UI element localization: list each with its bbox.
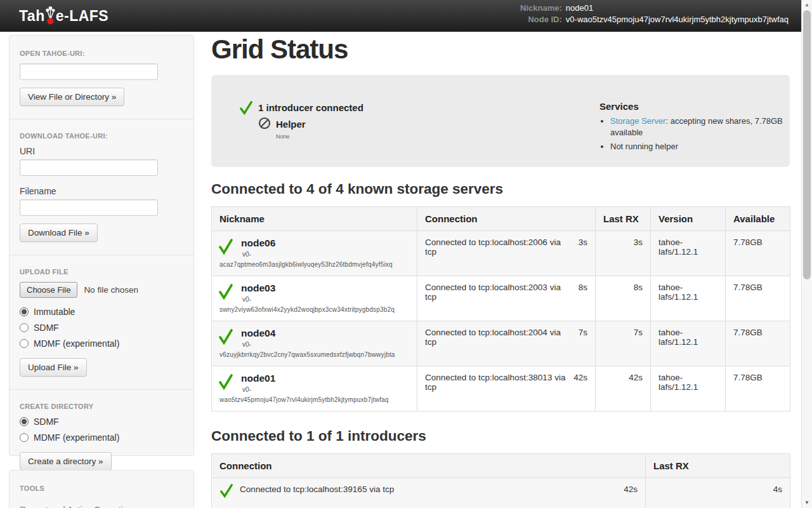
- service-item: Storage Server: accepting new shares, 7.…: [610, 116, 790, 138]
- logo-text-prefix: Tah: [19, 8, 45, 25]
- radio-input[interactable]: [20, 433, 29, 442]
- services-title: Services: [599, 101, 790, 112]
- main-content: Grid Status 1 introducer connected Helpe…: [211, 32, 790, 508]
- connected-check-icon: [218, 328, 233, 345]
- scrollbar-down-icon[interactable]: ▼: [802, 498, 812, 508]
- nickname-label: Nickname:: [520, 4, 562, 13]
- last-rx-value: 3s: [596, 231, 651, 276]
- helper-label: Helper: [276, 117, 306, 130]
- column-header: Last RX: [596, 207, 651, 231]
- file-chosen-status: No file chosen: [84, 285, 138, 295]
- scrollbar-thumb[interactable]: [803, 10, 811, 279]
- introducers-table-header: ConnectionLast RX: [212, 454, 790, 478]
- server-nodeid: v0-swny2viyw63ofxwi4x2yykd2woqjbpx3cw34x…: [219, 296, 409, 314]
- mkdir-format-radio[interactable]: MDMF (experimental): [20, 432, 183, 443]
- create-directory-button[interactable]: Create a directory »: [20, 452, 112, 471]
- divider: [10, 119, 193, 119]
- mkdir-format-radio[interactable]: SDMF: [20, 417, 183, 427]
- create-directory-label: CREATE DIRECTORY: [20, 403, 183, 410]
- scrollbar-up-icon[interactable]: ▲: [802, 0, 812, 10]
- connection-time: 8s: [579, 283, 587, 302]
- connection-text: Connected to tcp:localhost:2004 via tcp: [425, 328, 573, 347]
- server-nodeid: v0-wao5tzv45pmoju47jow7rvl4ukirjm5ytbh2k…: [219, 386, 409, 404]
- column-header: Last RX: [646, 454, 790, 478]
- download-file-button[interactable]: Download File »: [20, 224, 98, 242]
- page-title: Grid Status: [211, 34, 790, 65]
- version-value: tahoe-lafs/1.12.1: [651, 321, 726, 366]
- connection-time: 7s: [579, 328, 587, 347]
- storage-server-row: node01 v0-wao5tzv45pmoju47jow7rvl4ukirjm…: [212, 366, 790, 411]
- radio-input[interactable]: [20, 307, 29, 316]
- uri-field-label: URI: [20, 146, 183, 156]
- storage-server-row: node04 v0-v6zuyjkbrrkqy2bvc2cny7qwax5sxu…: [212, 321, 790, 366]
- radio-input[interactable]: [20, 323, 29, 332]
- connection-text: Connected to tcp:localhost:2003 via tcp: [425, 283, 573, 302]
- radio-label: Immutable: [34, 307, 75, 317]
- connected-check-icon: [239, 100, 253, 116]
- app-logo: Tah e-LAFS: [19, 6, 108, 26]
- top-bar: Tah e-LAFS Nickname: node01 Node ID: v0-…: [0, 0, 801, 32]
- radio-label: MDMF (experimental): [34, 432, 119, 443]
- server-nickname: node06: [241, 237, 409, 250]
- connected-check-icon: [218, 373, 233, 390]
- tools-label: TOOLS: [20, 485, 183, 492]
- mkdir-format-radio-group: SDMF MDMF (experimental): [20, 417, 183, 443]
- connection-text: Connected to tcp:localhost:2006 via tcp: [425, 237, 573, 257]
- introducer-row: Connected to tcp:localhost:39165 via tcp…: [212, 478, 790, 508]
- last-rx-value: 4s: [646, 478, 790, 508]
- storage-server-link[interactable]: Storage Server: [610, 116, 665, 126]
- column-header: Version: [651, 207, 726, 231]
- divider: [10, 389, 193, 390]
- helper-value: None: [276, 133, 599, 140]
- status-summary-box: 1 introducer connected Helper None Servi…: [211, 75, 790, 167]
- storage-servers-table: NicknameConnectionLast RXVersionAvailabl…: [211, 206, 790, 411]
- version-value: tahoe-lafs/1.12.1: [651, 231, 726, 276]
- scrollbar[interactable]: ▲ ▼: [801, 0, 812, 508]
- connection-text: Connected to tcp:localhost:38013 via tcp: [425, 373, 568, 392]
- available-value: 7.78GB: [726, 231, 790, 276]
- sidebar-forms-panel: OPEN TAHOE-URI: View File or Directory »…: [9, 35, 194, 456]
- download-uri-input[interactable]: [20, 159, 158, 176]
- available-value: 7.78GB: [726, 321, 790, 366]
- available-value: 7.78GB: [726, 276, 790, 321]
- download-filename-input[interactable]: [20, 199, 158, 216]
- last-rx-value: 42s: [596, 366, 651, 411]
- column-header: Available: [726, 207, 790, 231]
- upload-format-radio[interactable]: SDMF: [20, 323, 183, 333]
- introducer-status: 1 introducer connected: [239, 100, 599, 116]
- column-header: Nickname: [212, 207, 417, 231]
- filename-field-label: Filename: [20, 186, 183, 196]
- upload-file-label: UPLOAD FILE: [20, 268, 183, 276]
- radio-input[interactable]: [20, 339, 29, 348]
- introducers-table: ConnectionLast RX Connected to tcp:local…: [211, 453, 790, 508]
- available-value: 7.78GB: [726, 366, 790, 411]
- services-list: Storage Server: accepting new shares, 7.…: [599, 116, 790, 152]
- open-uri-input[interactable]: [20, 64, 158, 80]
- version-value: tahoe-lafs/1.12.1: [651, 276, 726, 321]
- recent-operations-link[interactable]: Recent and Active Operations: [20, 505, 137, 508]
- radio-input[interactable]: [20, 417, 29, 426]
- node-info: Nickname: node01 Node ID: v0-wao5tzv45pm…: [520, 4, 789, 24]
- helper-status: Helper: [258, 117, 599, 131]
- upload-format-radio[interactable]: Immutable: [20, 307, 183, 317]
- last-rx-value: 8s: [596, 276, 651, 321]
- view-file-button[interactable]: View File or Directory »: [20, 88, 124, 106]
- server-nodeid: v0-v6zuyjkbrrkqy2bvc2cny7qwax5sxumedsxfz…: [219, 341, 409, 359]
- logo-text-suffix: e-LAFS: [56, 8, 109, 25]
- choose-file-button[interactable]: Choose File: [20, 282, 77, 298]
- server-nickname: node04: [241, 328, 409, 340]
- server-nickname: node03: [241, 283, 409, 295]
- service-text: Not running helper: [610, 142, 678, 151]
- helper-none-icon: [258, 117, 271, 131]
- sidebar-tools-panel: TOOLS Recent and Active Operations: [9, 470, 194, 508]
- upload-format-radio[interactable]: MDMF (experimental): [20, 338, 183, 349]
- storage-servers-heading: Connected to 4 of 4 known storage server…: [211, 181, 790, 197]
- logo-balloon-icon: [45, 5, 56, 25]
- nickname-value: node01: [566, 4, 789, 13]
- column-header: Connection: [212, 454, 646, 478]
- upload-file-button[interactable]: Upload File »: [20, 358, 87, 377]
- server-nickname: node01: [241, 373, 409, 385]
- connected-check-icon: [218, 283, 233, 300]
- version-value: tahoe-lafs/1.12.1: [651, 366, 726, 411]
- connection-time: 3s: [579, 237, 587, 257]
